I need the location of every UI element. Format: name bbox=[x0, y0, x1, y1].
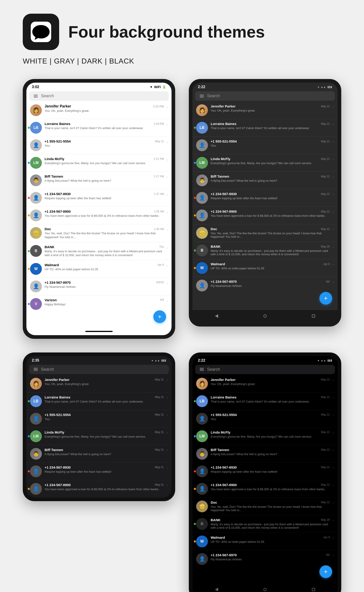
message-item[interactable]: LM Linda McFly May 21 Everything's gonna… bbox=[192, 154, 338, 172]
fab-black[interactable]: + bbox=[319, 565, 332, 578]
menu-icon-white[interactable] bbox=[34, 95, 38, 97]
message-item[interactable]: 👨 Biff Tannen May 21 A flying DeLorean? … bbox=[192, 172, 338, 189]
message-item[interactable]: 👤 +1 234-567-8970 06/ Fly Noamerican Air… bbox=[192, 277, 338, 294]
msg-preview: That is your name, isn't it? Calvin Klei… bbox=[45, 400, 164, 403]
msg-time: 1:30 AM bbox=[154, 227, 164, 231]
phone-dark: 2:35 ● ▲▲ ▮▮▮ Search bbox=[23, 353, 175, 592]
phone-screen-black: 2:22 ● ▲▲ ▮▮▮ Search bbox=[192, 356, 338, 592]
msg-name: Doc bbox=[211, 227, 217, 231]
phone-screen-white: 3:02 ▼ WiFi 🔋 Search bbox=[26, 83, 172, 335]
nav-home-black[interactable] bbox=[262, 586, 268, 592]
msg-time: May 21 bbox=[155, 140, 164, 143]
chevron-icon: › bbox=[333, 174, 334, 179]
msg-time: May 21 bbox=[321, 466, 330, 469]
msg-preview: You: bbox=[211, 144, 330, 147]
chevron-icon: › bbox=[333, 500, 334, 505]
message-item[interactable]: 👩 Jennifer Parker May 21 You: Oh, yeah. … bbox=[192, 375, 338, 392]
message-item[interactable]: 👨 Biff Tannen May 21 A flying DeLorean? … bbox=[192, 445, 338, 463]
message-item[interactable]: 👤 +1 234-567-8900 May 21 You have been a… bbox=[192, 207, 338, 224]
search-bar-gray[interactable]: Search bbox=[195, 91, 335, 101]
msg-content: +1 555-521-5554 May 21 You: bbox=[211, 139, 330, 147]
msg-name: Lorraine Baines bbox=[211, 395, 236, 399]
message-item[interactable]: 👤 +1 234-567-8970 6/9/20 Fly Noamerican … bbox=[26, 278, 172, 295]
menu-icon-dark[interactable] bbox=[34, 368, 38, 371]
nav-bar-black bbox=[192, 584, 338, 592]
unread-dot bbox=[28, 162, 30, 164]
message-item[interactable]: LM Linda McFly 2:21 PM Everything's gonn… bbox=[26, 154, 172, 172]
message-item[interactable]: 👴 Doc 1:30 AM You: No, wait, Doc! The-th… bbox=[26, 224, 172, 242]
nav-back[interactable] bbox=[213, 313, 220, 319]
message-item[interactable]: LB Lorraine Baines May 21 That is your n… bbox=[192, 119, 338, 137]
msg-time: 06/ bbox=[326, 553, 330, 557]
nav-recent-black[interactable] bbox=[310, 586, 317, 592]
signal-icon: ● bbox=[318, 359, 319, 362]
message-item[interactable]: 👤 +1 234-567-8930 May 21 Require topping… bbox=[26, 463, 172, 480]
msg-time: May 21 bbox=[321, 448, 330, 451]
message-item[interactable]: 👴 Doc May 21 You: No, wait, Doc! The-the… bbox=[192, 498, 338, 515]
msg-content: Lorraine Baines 2:29 PM That is your nam… bbox=[45, 122, 164, 130]
message-item[interactable]: 👩 Jennifer Parker May 21 You: Oh, yeah. … bbox=[192, 101, 338, 119]
nav-back-black[interactable] bbox=[213, 586, 220, 592]
message-item[interactable]: 👤 +1 555-521-5554 May 21 You: › bbox=[192, 410, 338, 428]
msg-name: +1 234-567-8970 bbox=[211, 553, 237, 557]
message-item[interactable]: 👤 +1 234-567-8970 06/ Fly Noamerican Air… bbox=[192, 550, 338, 568]
message-item[interactable]: 👨 Biff Tannen 2:17 PM A flying DeLorean?… bbox=[26, 172, 172, 189]
message-item[interactable]: LM Linda McFly May 21 Everything's gonna… bbox=[192, 428, 338, 445]
menu-icon-black[interactable] bbox=[200, 368, 204, 371]
msg-name: +1 234-567-8900 bbox=[45, 483, 71, 487]
phones-grid: 3:02 ▼ WiFi 🔋 Search bbox=[23, 79, 341, 592]
status-bar-dark: 2:35 ● ▲▲ ▮▮▮ bbox=[26, 356, 172, 364]
nav-home[interactable] bbox=[262, 313, 268, 319]
message-item[interactable]: 👩 Jennifer Parker May 21 You: Oh, yeah. … bbox=[26, 375, 172, 392]
message-item[interactable]: B BANK May 20 Marty, it's easy to decide… bbox=[192, 515, 338, 533]
message-item[interactable]: 👩 Jennifer Parker 2:33 PM You: Oh, yeah.… bbox=[26, 101, 172, 119]
msg-name: +1 234-567-8930 bbox=[211, 466, 237, 469]
message-item[interactable]: B BANK Thu Marty, it's easy to decide on… bbox=[26, 242, 172, 260]
msg-preview: You have been approved a loan for $ 88,0… bbox=[45, 214, 164, 218]
chevron-icon: › bbox=[333, 139, 334, 144]
msg-time: May 21 bbox=[321, 193, 330, 196]
avatar-unknown-g4: 👤 bbox=[196, 279, 208, 292]
message-item[interactable]: LM Linda McFly May 21 Everything's gonna… bbox=[26, 428, 172, 445]
search-bar-dark[interactable]: Search bbox=[29, 365, 169, 374]
message-item[interactable]: 👤 +1 234-567-8930 May 21 Require topping… bbox=[192, 463, 338, 480]
message-item[interactable]: W Walmard Apr 8 UP TO -40% on toilet pap… bbox=[192, 259, 338, 277]
menu-icon-gray[interactable] bbox=[200, 95, 204, 97]
msg-content: Varizon 6/9 Happy Birthday! bbox=[45, 298, 164, 306]
msg-content: +1 234-567-8930 1:37 AM Require topping … bbox=[45, 192, 164, 200]
message-item[interactable]: W Walmard Apr 8 UP TO -40% on toilet pap… bbox=[192, 533, 338, 550]
time-black: 2:22 bbox=[198, 358, 205, 362]
msg-time: May 21 bbox=[155, 378, 164, 381]
message-item[interactable]: 👴 Doc May 21 You: No, wait, Doc! The-the… bbox=[192, 224, 338, 242]
message-item[interactable]: 👤 +1 234-567-8900 1:35 AM You have been … bbox=[26, 207, 172, 224]
chevron-icon: › bbox=[333, 430, 334, 435]
message-item[interactable]: 👤 +1 234-567-8930 May 21 Require topping… bbox=[192, 189, 338, 207]
msg-name: Linda McFly bbox=[45, 430, 64, 434]
msg-preview: Require topping up beer after the foam h… bbox=[211, 197, 330, 200]
message-item[interactable]: 👤 +1 234-567-8900 May 21 You have been a… bbox=[26, 480, 172, 498]
message-item[interactable]: V Varizon 6/9 Happy Birthday! › bbox=[26, 295, 172, 313]
search-bar-black[interactable]: Search bbox=[195, 365, 335, 374]
message-item[interactable]: 👤 +1 234-567-8930 1:37 AM Require toppin… bbox=[26, 189, 172, 207]
msg-preview: Require topping up beer after the foam h… bbox=[45, 470, 164, 473]
message-item[interactable]: 👤 +1 555-521-5554 May 21 You: › bbox=[26, 137, 172, 154]
message-item[interactable]: B BANK May 20 Marty, it's easy to decide… bbox=[192, 242, 338, 259]
nav-recent[interactable] bbox=[310, 313, 317, 319]
message-item[interactable]: LB Lorraine Baines 2:29 PM That is your … bbox=[26, 119, 172, 137]
fab-gray[interactable]: + bbox=[319, 292, 332, 305]
message-item[interactable]: 👤 +1 234-567-8900 May 21 You have been a… bbox=[192, 480, 338, 498]
message-item[interactable]: LB Lorraine Baines May 21 That is your n… bbox=[192, 392, 338, 410]
message-item[interactable]: W Walmard Apr 8 UP TO -40% on toilet pap… bbox=[26, 260, 172, 278]
msg-time: May 21 bbox=[321, 413, 330, 416]
msg-time: 2:29 PM bbox=[154, 122, 164, 126]
message-item[interactable]: 👤 +1 555-521-5554 May 21 You: › bbox=[26, 410, 172, 428]
unread-dot bbox=[194, 127, 196, 129]
message-item[interactable]: 👤 +1 555-521-5554 May 21 You: › bbox=[192, 137, 338, 154]
msg-preview: That is your name, isn't it? Calvin Klei… bbox=[45, 126, 164, 130]
fab-white[interactable]: + bbox=[153, 310, 166, 323]
message-item[interactable]: LB Lorraine Baines May 21 That is your n… bbox=[26, 392, 172, 410]
search-bar-white[interactable]: Search bbox=[29, 91, 169, 101]
avatar-lorraine: LB bbox=[30, 122, 42, 134]
message-item[interactable]: 👨 Biff Tannen May 21 A flying DeLorean? … bbox=[26, 445, 172, 463]
msg-content: BANK May 20 Marty, it's easy to decide o… bbox=[211, 518, 330, 529]
